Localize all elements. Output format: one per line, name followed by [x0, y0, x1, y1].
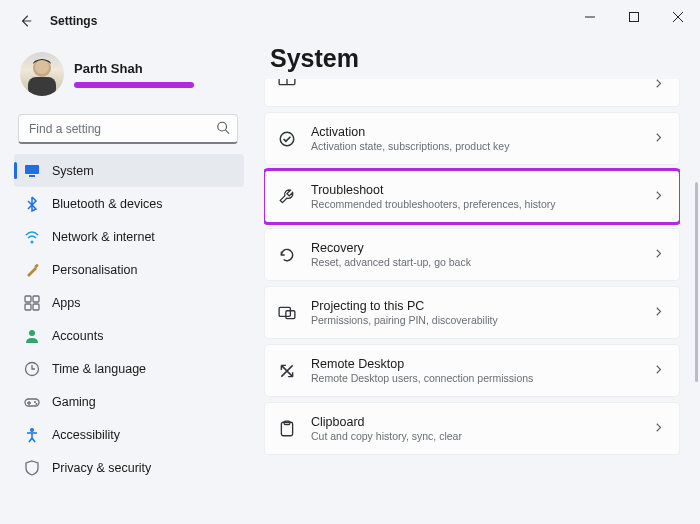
sidebar-item-time-language[interactable]: Time & language [14, 352, 244, 385]
scrollbar-thumb[interactable] [695, 182, 698, 382]
settings-tile-recovery[interactable]: RecoveryReset, advanced start-up, go bac… [264, 228, 680, 281]
settings-tile-projecting-to-this-pc[interactable]: Projecting to this PCPermissions, pairin… [264, 286, 680, 339]
sidebar-item-label: Privacy & security [52, 461, 151, 475]
svg-point-4 [218, 122, 227, 131]
sidebar-item-network-internet[interactable]: Network & internet [14, 220, 244, 253]
tile-title: Recovery [311, 241, 471, 255]
close-button[interactable] [656, 0, 700, 34]
tile-subtitle: Recommended troubleshooters, preferences… [311, 198, 556, 210]
tile-subtitle: Activation state, subscriptions, product… [311, 140, 509, 152]
sidebar-item-system[interactable]: System [14, 154, 244, 187]
chevron-right-icon [653, 79, 665, 92]
tile-title: Projecting to this PC [311, 299, 498, 313]
sidebar-item-apps[interactable]: Apps [14, 286, 244, 319]
sidebar-item-label: Apps [52, 296, 81, 310]
app-title: Settings [50, 14, 97, 28]
sidebar-item-privacy-security[interactable]: Privacy & security [14, 451, 244, 484]
search-wrap [18, 114, 238, 144]
sidebar-item-label: Personalisation [52, 263, 137, 277]
activation-icon [277, 129, 297, 149]
shield-icon [24, 460, 40, 476]
svg-rect-2 [28, 77, 56, 96]
recovery-icon [277, 245, 297, 265]
settings-tile-troubleshoot[interactable]: TroubleshootRecommended troubleshooters,… [264, 170, 680, 223]
svg-point-3 [35, 60, 49, 74]
bluetooth-icon [24, 196, 40, 212]
minimize-icon [585, 12, 595, 22]
sidebar-item-label: Accounts [52, 329, 103, 343]
titlebar: Settings [0, 0, 700, 42]
sidebar: Parth Shah SystemBluetooth & devicesNetw… [0, 42, 252, 524]
tile-title: Remote Desktop [311, 357, 533, 371]
tile-subtitle: Cut and copy history, sync, clear [311, 430, 462, 442]
remote-icon [277, 361, 297, 381]
maximize-button[interactable] [612, 0, 656, 34]
clock-icon [24, 361, 40, 377]
chevron-right-icon [653, 247, 665, 262]
sidebar-item-label: Network & internet [52, 230, 155, 244]
maximize-icon [629, 12, 639, 22]
sidebar-item-accessibility[interactable]: Accessibility [14, 418, 244, 451]
nav: SystemBluetooth & devicesNetwork & inter… [14, 154, 244, 484]
settings-tile-activation[interactable]: ActivationActivation state, subscription… [264, 112, 680, 165]
tile-title: Troubleshoot [311, 183, 556, 197]
chevron-right-icon [653, 363, 665, 378]
content-pane: System Snap windows, desktops, task swit… [252, 42, 700, 524]
sidebar-item-bluetooth-devices[interactable]: Bluetooth & devices [14, 187, 244, 220]
tile-subtitle: Reset, advanced start-up, go back [311, 256, 471, 268]
chevron-right-icon [653, 305, 665, 320]
chevron-right-icon [653, 189, 665, 204]
sidebar-item-label: Accessibility [52, 428, 120, 442]
sidebar-item-label: Bluetooth & devices [52, 197, 163, 211]
profile-block[interactable]: Parth Shah [12, 46, 244, 106]
settings-tile-remote-desktop[interactable]: Remote DesktopRemote Desktop users, conn… [264, 344, 680, 397]
wifi-icon [24, 229, 40, 245]
avatar [20, 52, 64, 96]
sidebar-item-accounts[interactable]: Accounts [14, 319, 244, 352]
person-icon [24, 328, 40, 344]
sidebar-item-gaming[interactable]: Gaming [14, 385, 244, 418]
tile-subtitle: Remote Desktop users, connection permiss… [311, 372, 533, 384]
project-icon [277, 303, 297, 323]
settings-tile-snap-windows-desktops-task-switching[interactable]: Snap windows, desktops, task switching [264, 79, 680, 107]
brush-icon [24, 262, 40, 278]
sidebar-item-label: System [52, 164, 94, 178]
settings-tile-list: Snap windows, desktops, task switchingAc… [264, 79, 680, 455]
close-icon [673, 12, 683, 22]
settings-tile-clipboard[interactable]: ClipboardCut and copy history, sync, cle… [264, 402, 680, 455]
profile-name: Parth Shah [74, 61, 194, 76]
minimize-button[interactable] [568, 0, 612, 34]
profile-email-redacted [74, 82, 194, 88]
clipboard-icon [277, 419, 297, 439]
scrollbar-track[interactable] [695, 162, 698, 494]
monitor-icon [24, 163, 40, 179]
chevron-right-icon [653, 421, 665, 436]
tile-title: Clipboard [311, 415, 462, 429]
window-controls [568, 0, 700, 34]
sidebar-item-label: Time & language [52, 362, 146, 376]
search-icon [216, 121, 230, 138]
apps-icon [24, 295, 40, 311]
page-title: System [270, 44, 680, 73]
wrench-icon [277, 187, 297, 207]
search-input[interactable] [18, 114, 238, 144]
back-arrow-icon [19, 14, 33, 28]
back-button[interactable] [12, 7, 40, 35]
sidebar-item-personalisation[interactable]: Personalisation [14, 253, 244, 286]
accessibility-icon [24, 427, 40, 443]
snap-icon [277, 79, 297, 89]
tile-subtitle: Permissions, pairing PIN, discoverabilit… [311, 314, 498, 326]
svg-rect-0 [630, 13, 639, 22]
tile-title: Activation [311, 125, 509, 139]
sidebar-item-label: Gaming [52, 395, 96, 409]
chevron-right-icon [653, 131, 665, 146]
gamepad-icon [24, 394, 40, 410]
